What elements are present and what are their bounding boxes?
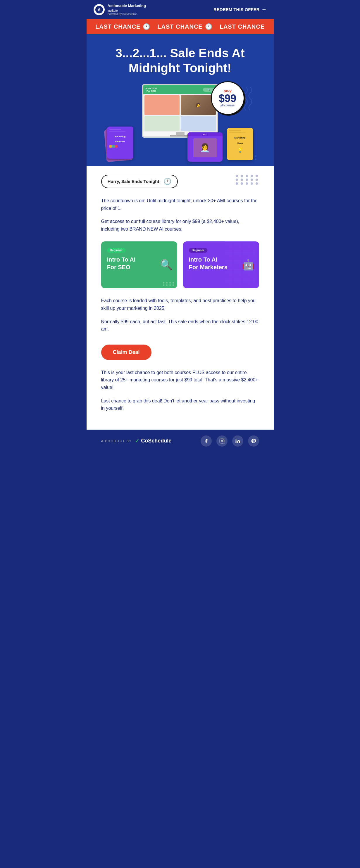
course-icon-seo: 🔍 <box>160 259 173 271</box>
logo-text-area: Actionable Marketing Institute Powered B… <box>108 3 146 16</box>
logo-area: A Actionable Marketing Institute Powered… <box>94 3 146 16</box>
decorative-dots <box>236 175 259 185</box>
redeem-label: REDEEM THIS OFFER <box>213 7 260 12</box>
product-showcase: MarketingCalendar Intro To AIFor SEO <box>101 81 259 166</box>
course-cards: Beginner Intro To AIFor SEO 🔍 Beginner <box>101 241 259 288</box>
purple-panel-header-label: Ins... <box>187 132 222 136</box>
price-badge: only $99 all courses <box>211 81 244 115</box>
header: A Actionable Marketing Institute Powered… <box>87 0 274 19</box>
svg-point-7 <box>235 439 236 439</box>
mid-right-purple-panel: Ins... 👩‍💼 <box>187 132 222 162</box>
pinterest-icon[interactable] <box>248 435 259 446</box>
last-chance-item-1: LAST CHANCE 🕐 <box>95 23 150 30</box>
body-paragraph-3: Each course is loaded with tools, templa… <box>101 297 259 312</box>
svg-rect-2 <box>224 241 256 288</box>
redeem-arrow: → <box>262 6 267 12</box>
beginner-badge-marketers: Beginner <box>189 248 207 253</box>
svg-rect-6 <box>235 440 236 443</box>
logo-title: Actionable Marketing Institute <box>108 3 146 12</box>
last-chance-item-2: LAST CHANCE 🕐 <box>157 23 212 30</box>
clock-badge-icon: 🕐 <box>163 178 171 185</box>
body-paragraph-2: Get access to our full course library fo… <box>101 218 259 232</box>
last-chance-banner: LAST CHANCE 🕐 LAST CHANCE 🕐 LAST CHANCE <box>87 19 274 34</box>
svg-rect-3 <box>220 439 224 443</box>
svg-point-5 <box>223 439 223 440</box>
last-chance-label-1: LAST CHANCE <box>95 23 140 30</box>
svg-point-4 <box>221 440 223 442</box>
linkedin-icon[interactable] <box>232 435 243 446</box>
last-chance-item-3: LAST CHANCE <box>220 23 265 30</box>
hurry-badge: Hurry, Sale Ends Tonight! 🕐 <box>101 175 178 188</box>
body-paragraph-1: The countdown is on! Until midnight toni… <box>101 197 259 212</box>
hero-section: 3...2...1... Sale Ends At Midnight Tonig… <box>87 34 274 166</box>
center-monitor: Intro To AIFor SEO 🔍 👩 <box>142 84 218 138</box>
logo-powered: Powered By CoSchedule <box>108 12 146 16</box>
clock-icon-2: 🕐 <box>205 23 213 30</box>
price-all-courses: all courses <box>220 104 235 107</box>
instagram-icon[interactable] <box>216 435 228 446</box>
left-stacked-cards: MarketingCalendar <box>107 127 135 160</box>
beginner-badge-seo: Beginner <box>107 248 125 253</box>
white-section: Hurry, Sale Ends Tonight! 🕐 <box>87 166 274 430</box>
hurry-section: Hurry, Sale Ends Tonight! 🕐 <box>101 175 259 197</box>
last-chance-label-3: LAST CHANCE <box>220 23 265 30</box>
footer: A PRODUCT BY ✓ CoSchedule <box>87 430 274 453</box>
redeem-link[interactable]: REDEEM THIS OFFER → <box>213 6 267 12</box>
svg-text:A: A <box>97 7 100 12</box>
course-card-marketers: Beginner Intro To AIFor Marketers 🤖 <box>183 241 259 288</box>
body-paragraph-4: Normally $99 each, but act fast. This sa… <box>101 318 259 333</box>
social-icons <box>201 435 259 446</box>
course-card-seo: Beginner Intro To AIFor SEO 🔍 <box>101 241 177 288</box>
logo-subtitle: Institute <box>108 9 118 12</box>
facebook-icon[interactable] <box>201 435 212 446</box>
monitor-screen-label: Intro To AIFor SEO <box>146 87 157 92</box>
left-card-label: MarketingCalendar <box>115 135 126 143</box>
last-chance-label-2: LAST CHANCE <box>157 23 202 30</box>
right-yellow-card: MarketingIdeas 💡 <box>227 128 253 160</box>
footer-product-by: A PRODUCT BY <box>101 439 132 443</box>
price-amount: $99 <box>219 93 236 104</box>
coschedule-brand-name: CoSchedule <box>141 438 171 444</box>
body-paragraph-6: Last chance to grab this deal! Don't let… <box>101 397 259 412</box>
footer-left: A PRODUCT BY ✓ CoSchedule <box>101 438 172 444</box>
main-content: 3...2...1... Sale Ends At Midnight Tonig… <box>87 34 274 430</box>
right-card-label: MarketingIdeas <box>235 136 246 144</box>
hurry-text: Hurry, Sale Ends Tonight! <box>108 179 161 184</box>
footer-logo: ✓ CoSchedule <box>135 438 171 444</box>
logo-icon: A <box>94 4 105 15</box>
body-paragraph-5: This is your last chance to get both cou… <box>101 369 259 391</box>
claim-deal-button[interactable]: Claim Deal <box>101 345 151 360</box>
hero-title: 3...2...1... Sale Ends At Midnight Tonig… <box>101 46 259 75</box>
coschedule-check-icon: ✓ <box>135 438 139 444</box>
clock-icon-1: 🕐 <box>143 23 150 30</box>
